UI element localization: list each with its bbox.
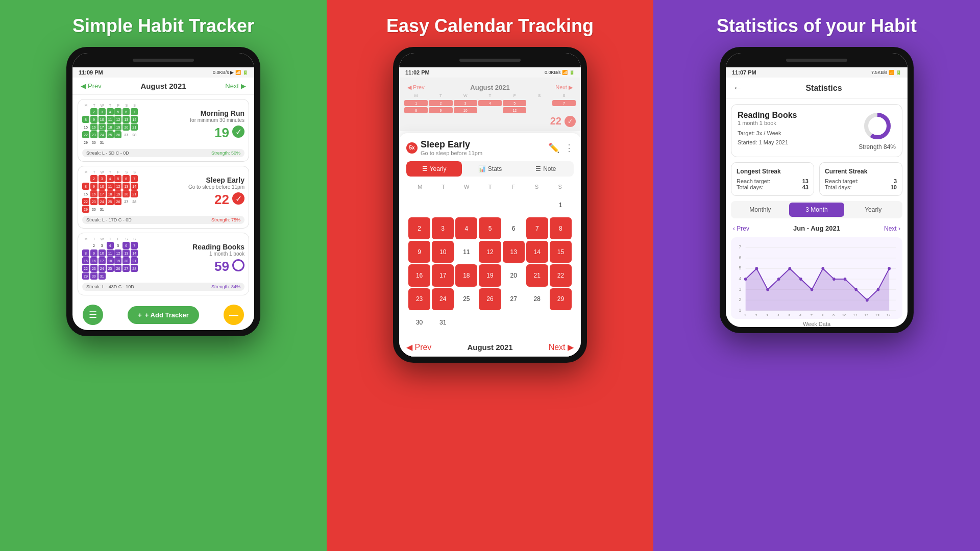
blurred-calendar-nav: ◀ Prev August 2021 Next ▶ M T W T F S S …	[399, 78, 581, 131]
tab-monthly[interactable]: Monthly	[732, 203, 788, 217]
panel-calendar-tracking: Easy Calendar Tracking 11:02 PM 0.0KB/s …	[327, 0, 653, 551]
svg-text:7: 7	[811, 314, 813, 316]
chart-x-label: Week Data	[726, 321, 908, 327]
svg-text:5: 5	[788, 314, 791, 316]
stats-icon: 📊	[478, 165, 486, 172]
wifi-icon: ▶ 📶	[230, 70, 241, 75]
habit-sub3: 1 month 1 book	[209, 251, 244, 257]
period-next-btn[interactable]: Next ›	[884, 225, 900, 232]
habit-action-icons: ✏️ ⋮	[548, 142, 574, 154]
phone1: 11:09 PM 0.0KB/s ▶ 📶 🔋 ◀ Prev August 202…	[66, 47, 260, 336]
habit-sub2: Go to sleep before 11pm	[188, 184, 244, 190]
strength-label: Strength 84%	[859, 143, 896, 151]
phone2-notch	[399, 53, 581, 67]
signal2: 0.0KB/s	[545, 70, 561, 75]
panel-habit-tracker: Simple Habit Tracker 11:09 PM 0.0KB/s ▶ …	[0, 0, 327, 551]
minus-btn[interactable]: —	[224, 305, 244, 325]
phone3: 11:07 PM 7.5KB/s 📶 🔋 ← Statistics Readin…	[720, 47, 914, 333]
svg-text:12: 12	[864, 314, 868, 316]
chart-area: 7 6 5 4 3 2 1	[731, 237, 902, 319]
yearly-icon: ☰	[422, 165, 428, 172]
streak-section: Longest Streak Reach target: 13 Total da…	[731, 162, 902, 196]
longest-days-val: 43	[802, 184, 808, 190]
phone1-notch	[72, 53, 254, 67]
longest-days-row: Total days: 43	[737, 184, 808, 190]
menu-btn[interactable]: ☰	[83, 305, 103, 325]
bottom-prev-btn[interactable]: ◀ Prev	[406, 342, 431, 352]
habit-badge: 5x	[406, 142, 418, 154]
signal1: 0.0KB/s	[213, 70, 229, 75]
bottom-next-btn[interactable]: Next ▶	[549, 342, 574, 352]
svg-text:2: 2	[739, 297, 742, 302]
more-icon[interactable]: ⋮	[565, 142, 574, 154]
svg-text:3: 3	[766, 314, 769, 316]
svg-text:4: 4	[739, 276, 742, 281]
longest-reach-val: 13	[802, 178, 808, 184]
habit-inner2: M T W T F S S 2 3 4	[82, 170, 244, 213]
phone2-screen: 11:02 PM 0.0KB/s 📶 🔋 ◀ Prev August 2021 …	[399, 53, 581, 357]
svg-point-22	[799, 278, 802, 281]
habit-inner1: M T W T F S S 2 3 4	[82, 104, 244, 146]
calendar-nav1: ◀ Prev August 2021 Next ▶	[72, 78, 254, 95]
tab-3month[interactable]: 3 Month	[789, 203, 845, 217]
tab-yearly[interactable]: ☰ Yearly	[406, 161, 462, 177]
donut-wrapper: Strength 84%	[859, 111, 896, 151]
status-bar2: 11:02 PM 0.0KB/s 📶 🔋	[399, 67, 581, 78]
svg-point-24	[821, 267, 824, 270]
habit-card-sleep-early: M T W T F S S 2 3 4	[78, 166, 249, 229]
big-calendar: M T W T F S S	[406, 182, 574, 334]
circle-icon3	[232, 259, 244, 271]
next-btn1[interactable]: Next ▶	[225, 82, 246, 90]
svg-text:6: 6	[739, 255, 742, 260]
back-button[interactable]: ←	[733, 83, 742, 93]
tab-yearly-stats[interactable]: Yearly	[845, 203, 901, 217]
status-icons3: 7.5KB/s 📶 🔋	[871, 70, 901, 75]
phone1-screen: 11:09 PM 0.0KB/s ▶ 📶 🔋 ◀ Prev August 202…	[72, 53, 254, 330]
habit-tab-row: ☰ Yearly 📊 Stats ☰ Note	[406, 161, 574, 177]
svg-text:11: 11	[853, 314, 857, 316]
svg-point-26	[844, 278, 847, 281]
svg-text:14: 14	[886, 314, 891, 316]
bottom-calendar-nav: ◀ Prev August 2021 Next ▶	[406, 338, 574, 357]
longest-reach-row: Reach target: 13	[737, 178, 808, 184]
current-days-row: Total days: 10	[825, 184, 897, 190]
period-tab-row: Monthly 3 Month Yearly	[731, 201, 902, 218]
bottom-bar1: ☰ + + Add Tracker —	[72, 299, 254, 330]
svg-point-25	[832, 278, 836, 281]
svg-text:10: 10	[842, 314, 847, 316]
book-sub: 1 month 1 book	[738, 120, 797, 126]
period-prev-btn[interactable]: ‹ Prev	[733, 225, 749, 232]
svg-text:2: 2	[755, 314, 757, 316]
mini-cal-sleep: M T W T F S S 2 3 4	[82, 170, 138, 213]
stats-target: Target: 3x / Week Started: 1 May 2021	[738, 129, 797, 147]
yearly-label: Yearly	[430, 165, 447, 172]
current-days-val: 10	[891, 184, 897, 190]
edit-icon[interactable]: ✏️	[548, 142, 559, 154]
stats-page-title: Statistics	[747, 84, 900, 93]
habit-inner3: M T W T F S S 2 3 4	[82, 237, 244, 280]
svg-point-23	[811, 288, 814, 291]
mini-cal-header3: M T W T F S S	[82, 237, 138, 241]
phone2: 11:02 PM 0.0KB/s 📶 🔋 ◀ Prev August 2021 …	[393, 47, 587, 363]
count-row1: 19 ✓	[214, 123, 244, 141]
prev-btn1[interactable]: ◀ Prev	[81, 82, 102, 90]
streak-bar2: Streak: L - 17D C - 0D Strength: 75%	[82, 216, 244, 224]
mini-cal-grid2: 2 3 4 5 6 7 8 9 10 11 12 13 14	[82, 175, 138, 213]
notch-bar2	[459, 59, 521, 62]
longest-streak-title: Longest Streak	[737, 168, 808, 175]
period-nav: ‹ Prev Jun - Aug 2021 Next ›	[726, 221, 908, 235]
habit-name2: Sleep Early	[206, 176, 245, 184]
svg-text:9: 9	[832, 314, 835, 316]
phone3-screen: 11:07 PM 7.5KB/s 📶 🔋 ← Statistics Readin…	[726, 53, 908, 327]
svg-text:7: 7	[739, 244, 742, 249]
svg-text:1: 1	[739, 307, 742, 312]
line-chart-svg: 7 6 5 4 3 2 1	[735, 242, 898, 316]
mini-cal-morning: M T W T F S S 2 3 4	[82, 104, 138, 146]
svg-point-17	[744, 278, 747, 281]
tab-stats[interactable]: 📊 Stats	[462, 161, 518, 177]
habit-card-morning-run: M T W T F S S 2 3 4	[78, 99, 249, 162]
tab-note[interactable]: ☰ Note	[518, 161, 574, 177]
bg-prev: ◀ Prev	[407, 84, 425, 91]
add-tracker-btn[interactable]: + + Add Tracker	[128, 306, 199, 324]
wifi-icon2: 📶 🔋	[562, 70, 575, 75]
